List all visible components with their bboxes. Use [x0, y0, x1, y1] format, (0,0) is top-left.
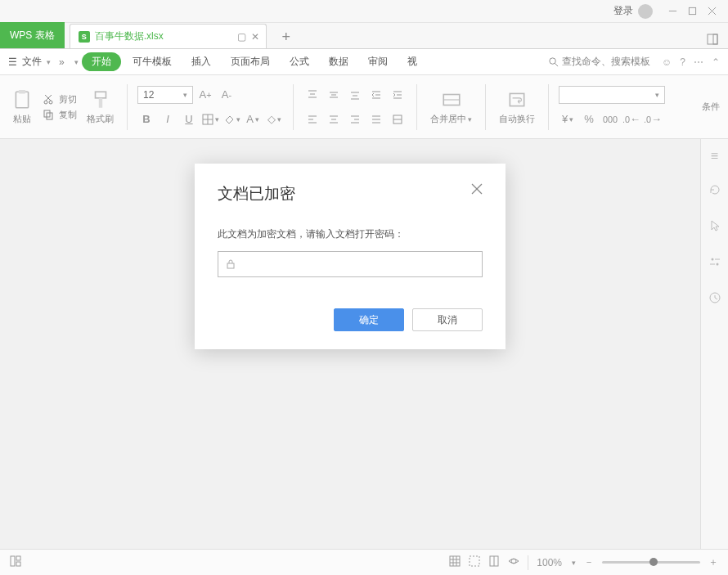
bold-button[interactable]: B	[137, 110, 155, 128]
zoom-out-button[interactable]: －	[584, 555, 594, 569]
format-painter-button[interactable]: 格式刷	[83, 86, 117, 128]
align-center-button[interactable]	[325, 110, 343, 128]
tab-view[interactable]: 视	[399, 52, 425, 72]
zoom-in-button[interactable]: ＋	[708, 555, 718, 569]
hamburger-icon[interactable]: ☰	[8, 56, 17, 68]
font-color-button[interactable]: A▾	[244, 110, 262, 128]
lock-icon	[225, 258, 236, 270]
decrease-decimal-button[interactable]: .0→	[644, 110, 662, 128]
view-normal-icon[interactable]	[449, 555, 461, 569]
document-tab[interactable]: S 百事牛数据.xlsx ▢ ✕	[70, 24, 267, 48]
italic-button[interactable]: I	[159, 110, 177, 128]
new-tab-button[interactable]: +	[275, 25, 298, 48]
rail-settings-icon[interactable]	[708, 255, 721, 272]
maximize-button[interactable]	[682, 3, 702, 20]
password-dialog: 文档已加密 此文档为加密文档，请输入文档打开密码： 确定 取消	[195, 164, 506, 349]
separator	[293, 84, 294, 130]
document-filename: 百事牛数据.xlsx	[95, 29, 164, 43]
indent-increase-button[interactable]	[389, 86, 407, 104]
increase-font-icon[interactable]: A+	[196, 86, 214, 104]
command-search[interactable]: 查找命令、搜索模板	[548, 55, 650, 69]
statusbar: 100%▾ － ＋	[0, 549, 728, 575]
align-top-button[interactable]	[303, 86, 321, 104]
tab-start[interactable]: 开始	[82, 52, 121, 71]
modal-backdrop: 文档已加密 此文档为加密文档，请输入文档打开密码： 确定 取消	[0, 139, 700, 549]
svg-line-12	[45, 95, 51, 101]
ribbon: 粘贴 剪切 复制 格式刷 12▾ A+ A- B I U ▾ ▾ A▾ ◇▾	[0, 75, 728, 139]
copy-button[interactable]: 复制	[43, 109, 77, 121]
right-rail: ≡	[700, 139, 728, 549]
decrease-font-icon[interactable]: A-	[218, 86, 236, 104]
status-layout-icon[interactable]	[10, 555, 21, 569]
tab-data[interactable]: 数据	[321, 52, 357, 72]
increase-decimal-button[interactable]: .0←	[622, 110, 640, 128]
fill-color-button[interactable]: ▾	[222, 110, 240, 128]
view-pagebreak-icon[interactable]	[469, 555, 480, 569]
separator	[485, 84, 486, 130]
login-link[interactable]: 登录	[613, 4, 633, 18]
ribbon-side-label[interactable]: 条件	[702, 101, 720, 113]
clear-format-button[interactable]: ◇▾	[265, 110, 283, 128]
tabbar-layout-icon[interactable]	[707, 34, 728, 48]
rail-history-icon[interactable]	[708, 291, 721, 308]
rail-menu-icon[interactable]: ≡	[711, 149, 718, 164]
align-middle-button[interactable]	[325, 86, 343, 104]
help-icon[interactable]: ?	[680, 56, 685, 68]
chat-icon[interactable]: ☺	[662, 56, 672, 68]
align-bottom-button[interactable]	[346, 86, 364, 104]
percent-button[interactable]: %	[580, 110, 598, 128]
view-page-icon[interactable]	[488, 555, 500, 569]
rail-refresh-icon[interactable]	[708, 183, 721, 200]
minimize-button[interactable]	[663, 3, 682, 20]
svg-rect-69	[470, 556, 479, 566]
tabbar: WPS 表格 S 百事牛数据.xlsx ▢ ✕ +	[0, 23, 728, 49]
align-justify-button[interactable]	[367, 110, 385, 128]
cut-button[interactable]: 剪切	[43, 93, 77, 106]
tab-templates[interactable]: 可牛模板	[124, 52, 180, 72]
ok-button[interactable]: 确定	[334, 308, 404, 331]
merge-center-button[interactable]: 合并居中▾	[427, 86, 475, 128]
chevron-down-icon[interactable]: ▾	[74, 58, 79, 66]
svg-rect-62	[16, 556, 20, 560]
reading-mode-icon[interactable]	[508, 555, 519, 569]
dialog-close-button[interactable]	[471, 183, 483, 198]
borders-button[interactable]: ▾	[201, 110, 219, 128]
spreadsheet-icon: S	[79, 31, 90, 43]
paste-button[interactable]: 粘贴	[8, 86, 36, 128]
indent-decrease-button[interactable]	[367, 86, 385, 104]
collapse-ribbon-icon[interactable]: ⌃	[712, 56, 720, 68]
tab-review[interactable]: 审阅	[360, 52, 396, 72]
rail-cursor-icon[interactable]	[708, 219, 721, 236]
menu-overflow[interactable]: »	[54, 56, 70, 68]
tab-page-layout[interactable]: 页面布局	[222, 52, 278, 72]
more-icon[interactable]: ⋯	[694, 56, 703, 68]
orientation-button[interactable]	[389, 110, 407, 128]
tab-insert[interactable]: 插入	[183, 52, 219, 72]
avatar-icon[interactable]	[638, 4, 653, 19]
comma-style-button[interactable]: 000	[601, 110, 619, 128]
zoom-level[interactable]: 100%	[537, 557, 562, 568]
tab-close-icon[interactable]: ✕	[251, 31, 259, 43]
separator	[416, 84, 417, 130]
separator	[127, 84, 128, 130]
menu-file[interactable]: 文件▾	[22, 55, 51, 69]
separator	[528, 555, 528, 570]
wrap-text-button[interactable]: 自动换行	[496, 86, 538, 128]
underline-button[interactable]: U	[180, 110, 198, 128]
svg-rect-16	[95, 92, 106, 98]
password-input[interactable]	[243, 252, 475, 276]
currency-button[interactable]: ¥▾	[559, 110, 577, 128]
close-button[interactable]	[702, 3, 721, 20]
separator	[548, 84, 549, 130]
tab-formula[interactable]: 公式	[281, 52, 317, 72]
tab-present-icon[interactable]: ▢	[237, 31, 246, 43]
font-size-input[interactable]: 12▾	[137, 86, 193, 104]
svg-rect-9	[19, 90, 26, 93]
align-right-button[interactable]	[346, 110, 364, 128]
align-left-button[interactable]	[303, 110, 321, 128]
svg-point-53	[711, 258, 713, 261]
svg-rect-63	[16, 562, 20, 566]
number-format-select[interactable]: ▾	[559, 86, 665, 104]
cancel-button[interactable]: 取消	[412, 308, 483, 331]
zoom-slider[interactable]	[602, 561, 700, 564]
